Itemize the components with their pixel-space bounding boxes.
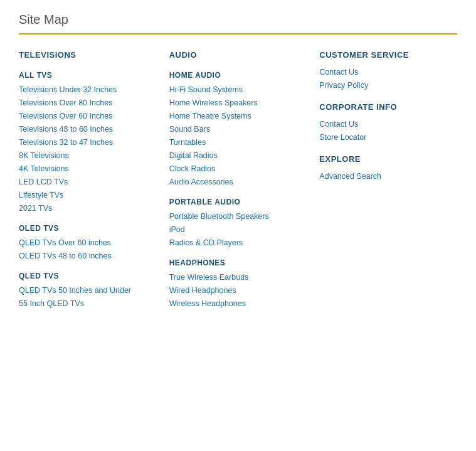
- link-2021-tv[interactable]: 2021 TVs: [19, 204, 52, 213]
- list-item: OLED TVs 48 to 60 inches: [19, 251, 157, 260]
- link-contact-us-2[interactable]: Contact Us: [319, 120, 358, 129]
- subheader-portable-audio: PORTABLE AUDIO: [169, 198, 307, 206]
- col-televisions: TELEVISIONS ALL TVS Televisions Under 32…: [19, 50, 169, 312]
- link-true-wireless[interactable]: True Wireless Earbuds: [169, 273, 249, 282]
- link-bt-speakers[interactable]: Portable Bluetooth Speakers: [169, 212, 269, 221]
- list-item: Advanced Search: [319, 171, 457, 181]
- list-item: True Wireless Earbuds: [169, 272, 307, 282]
- page-title: Site Map: [19, 13, 457, 27]
- list-item: Televisions Over 60 Inches: [19, 111, 157, 120]
- list-item: Lifestyle TVs: [19, 190, 157, 199]
- link-tv-32to47[interactable]: Televisions 32 to 47 Inches: [19, 138, 113, 147]
- list-item: 2021 TVs: [19, 203, 157, 213]
- link-hifi-sound[interactable]: Hi-Fi Sound Systems: [169, 85, 243, 94]
- subheader-all-tvs: ALL TVS: [19, 71, 157, 80]
- list-item: Wired Headphones: [169, 285, 307, 295]
- list-item: Radios & CD Players: [169, 238, 307, 247]
- link-clock-radios[interactable]: Clock Radios: [169, 164, 216, 173]
- link-4k-tv[interactable]: 4K Televisions: [19, 164, 69, 173]
- columns: TELEVISIONS ALL TVS Televisions Under 32…: [19, 50, 457, 312]
- list-item: Televisions 32 to 47 Inches: [19, 137, 157, 147]
- link-turntables[interactable]: Turntables: [169, 138, 206, 147]
- list-item: Turntables: [169, 137, 307, 147]
- subheader-qled-tvs: QLED TVS: [19, 272, 157, 280]
- link-led-lcd[interactable]: LED LCD TVs: [19, 178, 68, 186]
- list-item: 55 Inch QLED TVs: [19, 299, 157, 308]
- list-item: Audio Accessories: [169, 177, 307, 186]
- subheader-headphones: HEADPHONES: [169, 258, 307, 267]
- link-lifestyle-tv[interactable]: Lifestyle TVs: [19, 191, 63, 199]
- link-radios-cd[interactable]: Radios & CD Players: [169, 238, 243, 247]
- list-item: Privacy Policy: [319, 80, 457, 90]
- header-corporate-info: CORPORATE INFO: [319, 102, 457, 112]
- link-home-wireless[interactable]: Home Wireless Speakers: [169, 98, 258, 107]
- link-home-theatre[interactable]: Home Theatre Systems: [169, 112, 251, 120]
- list-item: Home Theatre Systems: [169, 111, 307, 120]
- col-customer: CUSTOMER SERVICE Contact Us Privacy Poli…: [319, 50, 457, 312]
- header-customer-service: CUSTOMER SERVICE: [319, 50, 457, 60]
- link-qled-50under[interactable]: QLED TVs 50 Inches and Under: [19, 286, 131, 295]
- link-sound-bars[interactable]: Sound Bars: [169, 125, 210, 134]
- link-tv-over60[interactable]: Televisions Over 60 Inches: [19, 112, 112, 120]
- subheader-oled-tvs: OLED TVS: [19, 224, 157, 233]
- header-explore: EXPLORE: [319, 154, 457, 164]
- list-item: 4K Televisions: [19, 164, 157, 173]
- list-item: Contact Us: [319, 67, 457, 77]
- page-wrapper: Site Map TELEVISIONS ALL TVS Televisions…: [0, 0, 476, 324]
- list-item: Portable Bluetooth Speakers: [169, 211, 307, 221]
- link-wireless-headphones[interactable]: Wireless Headphones: [169, 299, 246, 308]
- list-item: iPod: [169, 225, 307, 234]
- link-store-locator[interactable]: Store Locator: [319, 133, 366, 142]
- list-item: Televisions Under 32 Inches: [19, 85, 157, 94]
- link-contact-us-1[interactable]: Contact Us: [319, 68, 358, 77]
- list-item: Home Wireless Speakers: [169, 98, 307, 107]
- list-item: Televisions Over 80 Inches: [19, 98, 157, 107]
- link-wired-headphones[interactable]: Wired Headphones: [169, 286, 236, 295]
- list-item: Televisions 48 to 60 Inches: [19, 124, 157, 134]
- list-item: 8K Televisions: [19, 151, 157, 160]
- link-tv-48to60[interactable]: Televisions 48 to 60 Inches: [19, 125, 113, 134]
- list-item: LED LCD TVs: [19, 177, 157, 186]
- list-item: Digital Radios: [169, 151, 307, 160]
- header-televisions: TELEVISIONS: [19, 50, 157, 60]
- link-ipod[interactable]: iPod: [169, 225, 185, 234]
- link-digital-radios[interactable]: Digital Radios: [169, 151, 218, 160]
- list-item: QLED TVs 50 Inches and Under: [19, 285, 157, 295]
- link-audio-accessories[interactable]: Audio Accessories: [169, 178, 233, 186]
- list-item: Contact Us: [319, 119, 457, 129]
- col-audio: AUDIO HOME AUDIO Hi-Fi Sound Systems Hom…: [169, 50, 320, 312]
- list-item: Hi-Fi Sound Systems: [169, 85, 307, 94]
- list-item: Clock Radios: [169, 164, 307, 173]
- subheader-home-audio: HOME AUDIO: [169, 71, 307, 80]
- link-tv-over80[interactable]: Televisions Over 80 Inches: [19, 98, 112, 107]
- list-item: Store Locator: [319, 132, 457, 142]
- header-audio: AUDIO: [169, 50, 307, 60]
- link-privacy-policy[interactable]: Privacy Policy: [319, 81, 368, 90]
- link-8k-tv[interactable]: 8K Televisions: [19, 151, 69, 160]
- list-item: Wireless Headphones: [169, 299, 307, 308]
- link-advanced-search[interactable]: Advanced Search: [319, 172, 381, 181]
- link-qled-over60[interactable]: QLED TVs Over 60 inches: [19, 238, 111, 247]
- divider: [19, 33, 457, 34]
- list-item: QLED TVs Over 60 inches: [19, 238, 157, 247]
- link-oled-48to60[interactable]: OLED TVs 48 to 60 inches: [19, 252, 112, 260]
- link-55inch-qled[interactable]: 55 Inch QLED TVs: [19, 299, 84, 308]
- link-tv-under32[interactable]: Televisions Under 32 Inches: [19, 85, 117, 94]
- list-item: Sound Bars: [169, 124, 307, 134]
